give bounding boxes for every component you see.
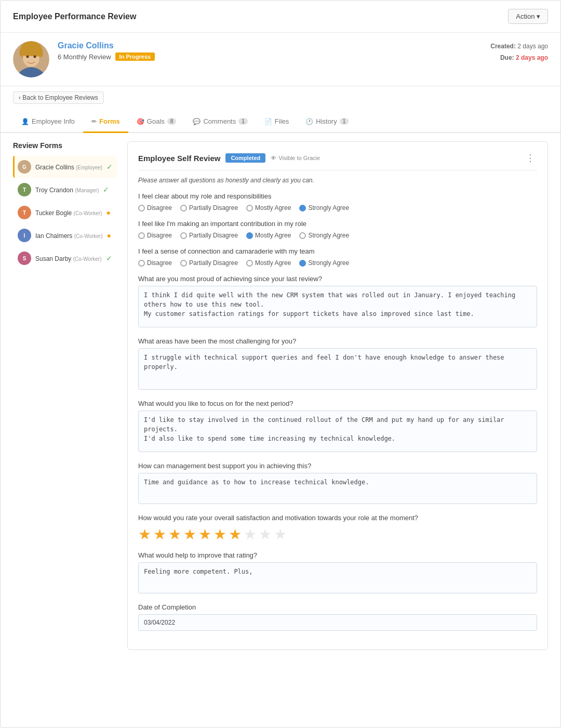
radio-label-0-0: Disagree xyxy=(147,204,172,211)
files-icon: 📄 xyxy=(264,118,272,125)
text-question-2: What would you like to focus on for the … xyxy=(138,400,537,454)
radio-option-0-2[interactable]: Mostly Agree xyxy=(246,204,291,211)
radio-circle-2-1[interactable] xyxy=(180,260,187,267)
radio-label-0-2: Mostly Agree xyxy=(255,204,291,211)
text-question-label-2: What would you like to focus on for the … xyxy=(138,400,537,407)
history-badge: 1 xyxy=(340,118,349,125)
tab-comments[interactable]: 💬Comments1 xyxy=(184,111,256,133)
svg-point-3 xyxy=(26,56,29,58)
radio-label-2-0: Disagree xyxy=(147,259,172,267)
radio-option-2-2[interactable]: Mostly Agree xyxy=(246,259,291,267)
reviewer-item-2[interactable]: TTucker Bogle (Co-Worker)● xyxy=(13,202,117,223)
radio-option-2-3[interactable]: Strongly Agree xyxy=(299,259,349,267)
radio-row-0: DisagreePartially DisagreeMostly AgreeSt… xyxy=(138,204,537,211)
improve-answer[interactable] xyxy=(138,562,537,593)
created-row: Created: 2 days ago xyxy=(490,41,548,52)
tab-files[interactable]: 📄Files xyxy=(256,111,297,133)
reviewer-item-4[interactable]: SSusan Darby (Co-Worker)✓ xyxy=(13,247,117,269)
due-row: Due: 2 days ago xyxy=(490,52,548,64)
reviewer-name-2: Tucker Bogle (Co-Worker) xyxy=(35,209,102,217)
action-button[interactable]: Action ▾ xyxy=(508,9,548,24)
reviewer-item-3[interactable]: IIan Chalmers (Co-Worker)● xyxy=(13,224,117,246)
text-answer-2[interactable] xyxy=(138,411,537,452)
reviewer-status-2: ● xyxy=(106,208,110,217)
tab-goals[interactable]: 🎯Goals8 xyxy=(128,111,185,133)
review-forms-title: Review Forms xyxy=(13,141,117,150)
form-header: Employee Self Review Completed 👁 Visible… xyxy=(138,152,537,164)
radio-circle-1-0[interactable] xyxy=(138,232,145,239)
date-field[interactable] xyxy=(138,614,537,631)
radio-label-1-1: Partially Disagree xyxy=(189,232,238,239)
star-10[interactable]: ★ xyxy=(274,526,287,543)
text-answer-1[interactable] xyxy=(138,348,537,390)
star-row[interactable]: ★★★★★★★★★★ xyxy=(138,526,537,543)
star-1[interactable]: ★ xyxy=(138,526,151,543)
radio-circle-2-3[interactable] xyxy=(299,260,306,267)
radio-circle-1-1[interactable] xyxy=(180,232,187,239)
text-question-3: How can management best support you in a… xyxy=(138,462,537,506)
text-answer-3[interactable] xyxy=(138,473,537,504)
rating-question: How would you rate your overall satisfac… xyxy=(138,514,537,522)
radio-circle-0-3[interactable] xyxy=(299,205,306,211)
reviewer-item-1[interactable]: TTroy Crandon (Manager)✓ xyxy=(13,179,117,201)
radio-circle-0-0[interactable] xyxy=(138,205,145,211)
reviewer-item-0[interactable]: GGracie Collins (Employee)✓ xyxy=(13,156,117,178)
tab-employee-info[interactable]: 👤Employee Info xyxy=(13,111,83,133)
radio-label-2-2: Mostly Agree xyxy=(255,259,291,267)
radio-option-2-1[interactable]: Partially Disagree xyxy=(180,259,238,267)
radio-option-2-0[interactable]: Disagree xyxy=(138,259,172,267)
due-label: Due: xyxy=(500,54,514,61)
radio-option-1-3[interactable]: Strongly Agree xyxy=(299,232,349,239)
svg-point-4 xyxy=(34,56,36,58)
radio-option-1-0[interactable]: Disagree xyxy=(138,232,172,239)
improve-question: What would help to improve that rating? xyxy=(138,551,537,559)
text-question-0: What are you most proud of achieving sin… xyxy=(138,275,537,329)
radio-row-2: DisagreePartially DisagreeMostly AgreeSt… xyxy=(138,259,537,267)
reviewer-name-4: Susan Darby (Co-Worker) xyxy=(35,255,102,262)
text-question-label-0: What are you most proud of achieving sin… xyxy=(138,275,537,283)
reviewer-name-1: Troy Crandon (Manager) xyxy=(35,186,99,194)
history-icon: 🕐 xyxy=(305,118,313,125)
radio-circle-1-3[interactable] xyxy=(299,232,306,239)
radio-label-0-1: Partially Disagree xyxy=(189,204,238,211)
form-instructions: Please answer all questions as honestly … xyxy=(138,177,537,184)
radio-circle-1-2[interactable] xyxy=(246,232,253,239)
goals-icon: 🎯 xyxy=(137,118,144,125)
reviewer-status-1: ✓ xyxy=(103,186,109,194)
radio-option-0-3[interactable]: Strongly Agree xyxy=(299,204,349,211)
due-value: 2 days ago xyxy=(516,54,548,61)
reviewer-status-3: ● xyxy=(107,231,111,240)
back-link[interactable]: ‹ Back to Employee Reviews xyxy=(13,91,104,104)
tab-forms[interactable]: ✏Forms xyxy=(83,111,128,133)
star-8[interactable]: ★ xyxy=(244,526,257,543)
reviewers-list: GGracie Collins (Employee)✓TTroy Crandon… xyxy=(13,156,117,269)
more-options-button[interactable]: ⋮ xyxy=(524,152,537,164)
star-2[interactable]: ★ xyxy=(153,526,166,543)
date-block: Date of Completion xyxy=(138,603,537,631)
radio-circle-0-1[interactable] xyxy=(180,205,187,211)
star-4[interactable]: ★ xyxy=(183,526,196,543)
star-5[interactable]: ★ xyxy=(198,526,211,543)
star-7[interactable]: ★ xyxy=(229,526,242,543)
text-answer-0[interactable] xyxy=(138,286,537,327)
employee-info-icon: 👤 xyxy=(21,118,29,125)
comments-badge: 1 xyxy=(238,118,248,125)
date-question: Date of Completion xyxy=(138,603,537,611)
tab-history[interactable]: 🕐History1 xyxy=(297,111,357,133)
radio-label-1-3: Strongly Agree xyxy=(308,232,349,239)
employee-name[interactable]: Gracie Collins xyxy=(58,41,548,50)
star-6[interactable]: ★ xyxy=(213,526,226,543)
comments-icon: 💬 xyxy=(193,118,201,125)
radio-option-0-1[interactable]: Partially Disagree xyxy=(180,204,238,211)
radio-circle-0-2[interactable] xyxy=(246,205,253,211)
radio-option-1-1[interactable]: Partially Disagree xyxy=(180,232,238,239)
radio-option-1-2[interactable]: Mostly Agree xyxy=(246,232,291,239)
form-status-badge: Completed xyxy=(225,153,265,163)
radio-option-0-0[interactable]: Disagree xyxy=(138,204,172,211)
page-header: Employee Performance Review Action ▾ xyxy=(1,1,560,33)
star-3[interactable]: ★ xyxy=(168,526,181,543)
radio-circle-2-2[interactable] xyxy=(246,260,253,267)
radio-circle-2-0[interactable] xyxy=(138,260,145,267)
star-9[interactable]: ★ xyxy=(259,526,272,543)
radio-question-text-1: I feel like I'm making an important cont… xyxy=(138,220,537,228)
